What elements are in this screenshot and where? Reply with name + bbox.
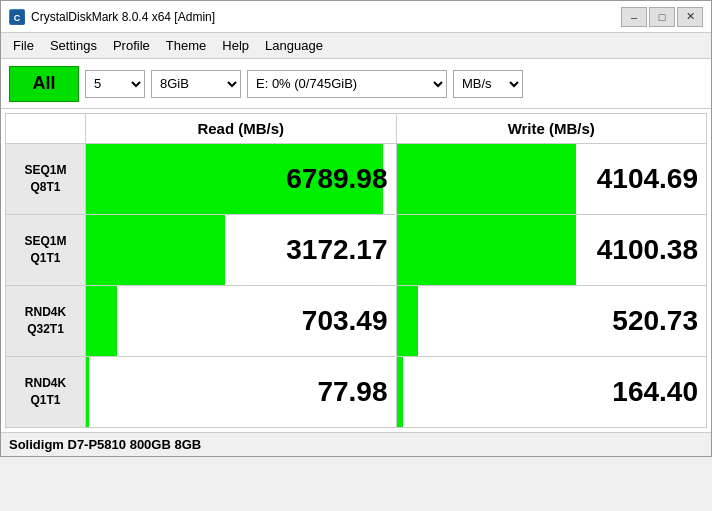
table-row: SEQ1MQ8T1 6789.98 4104.69 — [6, 144, 707, 215]
table-row: RND4KQ1T1 77.98 164.40 — [6, 357, 707, 428]
read-cell: 77.98 — [86, 357, 397, 428]
write-cell: 4104.69 — [396, 144, 707, 215]
col-header-write: Write (MB/s) — [396, 114, 707, 144]
toolbar: All 5 1 3 9 8GiB 512MiB 1GiB 4GiB 16GiB … — [1, 59, 711, 109]
menu-theme[interactable]: Theme — [158, 35, 214, 57]
read-value: 703.49 — [86, 286, 396, 356]
col-header-read: Read (MB/s) — [86, 114, 397, 144]
read-cell: 3172.17 — [86, 215, 397, 286]
write-value: 4104.69 — [397, 144, 707, 214]
minimize-button[interactable]: – — [621, 7, 647, 27]
status-bar: Solidigm D7-P5810 800GB 8GB — [1, 432, 711, 456]
menu-help[interactable]: Help — [214, 35, 257, 57]
svg-text:C: C — [14, 13, 21, 23]
drive-select[interactable]: E: 0% (0/745GiB) — [247, 70, 447, 98]
maximize-button[interactable]: □ — [649, 7, 675, 27]
content-area: Read (MB/s) Write (MB/s) SEQ1MQ8T1 6789.… — [1, 109, 711, 432]
row-label: RND4KQ1T1 — [6, 357, 86, 428]
table-row: SEQ1MQ1T1 3172.17 4100.38 — [6, 215, 707, 286]
read-value: 77.98 — [86, 357, 396, 427]
read-cell: 6789.98 — [86, 144, 397, 215]
table-row: RND4KQ32T1 703.49 520.73 — [6, 286, 707, 357]
row-label: RND4KQ32T1 — [6, 286, 86, 357]
runs-select[interactable]: 5 1 3 9 — [85, 70, 145, 98]
menu-profile[interactable]: Profile — [105, 35, 158, 57]
app-window: C CrystalDiskMark 8.0.4 x64 [Admin] – □ … — [0, 0, 712, 457]
row-label: SEQ1MQ1T1 — [6, 215, 86, 286]
unit-select[interactable]: MB/s GB/s IOPS μs — [453, 70, 523, 98]
read-cell: 703.49 — [86, 286, 397, 357]
app-icon: C — [9, 9, 25, 25]
menu-file[interactable]: File — [5, 35, 42, 57]
write-value: 164.40 — [397, 357, 707, 427]
window-controls: – □ ✕ — [621, 7, 703, 27]
menu-language[interactable]: Language — [257, 35, 331, 57]
col-header-label — [6, 114, 86, 144]
read-value: 3172.17 — [86, 215, 396, 285]
status-text: Solidigm D7-P5810 800GB 8GB — [9, 437, 201, 452]
benchmark-table: Read (MB/s) Write (MB/s) SEQ1MQ8T1 6789.… — [5, 113, 707, 428]
write-cell: 520.73 — [396, 286, 707, 357]
write-cell: 4100.38 — [396, 215, 707, 286]
row-label: SEQ1MQ8T1 — [6, 144, 86, 215]
write-value: 520.73 — [397, 286, 707, 356]
menu-settings[interactable]: Settings — [42, 35, 105, 57]
read-value: 6789.98 — [86, 144, 396, 214]
write-value: 4100.38 — [397, 215, 707, 285]
write-cell: 164.40 — [396, 357, 707, 428]
all-button[interactable]: All — [9, 66, 79, 102]
menu-bar: File Settings Profile Theme Help Languag… — [1, 33, 711, 59]
close-button[interactable]: ✕ — [677, 7, 703, 27]
window-title: CrystalDiskMark 8.0.4 x64 [Admin] — [31, 10, 621, 24]
title-bar: C CrystalDiskMark 8.0.4 x64 [Admin] – □ … — [1, 1, 711, 33]
size-select[interactable]: 8GiB 512MiB 1GiB 4GiB 16GiB 32GiB — [151, 70, 241, 98]
